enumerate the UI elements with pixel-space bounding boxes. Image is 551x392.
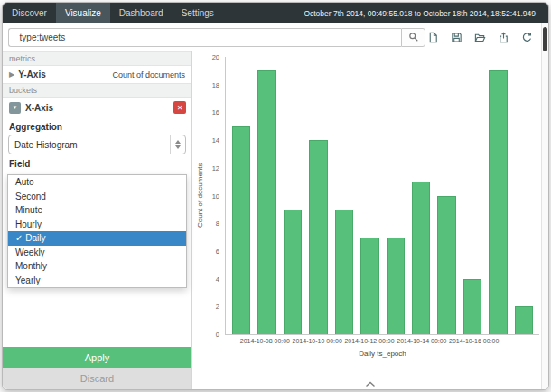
interval-option-weekly[interactable]: Weekly (8, 246, 186, 260)
search-bar (3, 23, 548, 51)
bar-slot (305, 57, 331, 334)
folder-open-icon (474, 32, 486, 43)
export-button[interactable] (497, 31, 510, 44)
search-group (8, 28, 425, 47)
save-button[interactable] (450, 31, 463, 44)
x-ticks: 2014-10-08 00:002014-10-10 00:002014-10-… (226, 334, 539, 345)
x-axis-title: Daily ts_epoch (359, 350, 406, 358)
discard-button[interactable]: Discard (3, 368, 191, 389)
refresh-button[interactable] (520, 31, 534, 44)
nav-item-visualize[interactable]: Visualize (56, 3, 110, 23)
bar-slot (485, 57, 510, 334)
x-tick-label: 2014-10-10 00:00 (293, 338, 342, 344)
toolbar (426, 31, 534, 44)
bar-slot (357, 57, 382, 334)
kibana-window: DiscoverVisualizeDashboardSettings Octob… (2, 2, 549, 390)
y-tick-label: 4 (216, 275, 219, 283)
bar[interactable] (284, 210, 302, 334)
chevron-right-icon: ▶ (9, 70, 14, 79)
save-icon (451, 32, 462, 43)
apply-button[interactable]: Apply (3, 347, 191, 368)
bar[interactable] (437, 196, 455, 335)
new-visualization-button[interactable] (426, 31, 440, 44)
top-navbar: DiscoverVisualizeDashboardSettings Octob… (3, 3, 548, 23)
bar[interactable] (232, 126, 250, 334)
bar[interactable] (515, 306, 533, 334)
bar-slot (254, 57, 279, 334)
y-tick-label: 18 (212, 80, 219, 89)
sidebar-spacer (3, 288, 191, 347)
bar[interactable] (463, 279, 481, 334)
bar[interactable] (309, 140, 327, 334)
aggregation-select[interactable]: Date Histogram (8, 135, 186, 154)
metrics-section-header: metrics (3, 51, 191, 66)
bar-slot (229, 57, 254, 334)
nav-item-discover[interactable]: Discover (3, 3, 56, 23)
new-document-icon (427, 32, 439, 43)
x-axis-label: X-Axis (25, 103, 53, 113)
nav-item-dashboard[interactable]: Dashboard (110, 3, 173, 23)
x-tick-label: 2014-10-14 00:00 (397, 338, 446, 344)
aggregation-select-value: Date Histogram (14, 140, 77, 150)
x-axis-row[interactable]: ▼ X-Axis ✕ (3, 98, 191, 117)
bar-slot (408, 57, 434, 334)
y-axis-row[interactable]: ▶ Y-Axis Count of documents (3, 66, 191, 83)
chart-area: Count of documents 02468101214161820 201… (192, 51, 548, 389)
load-saved-button[interactable] (473, 31, 487, 44)
y-tick-label: 2 (216, 303, 219, 311)
search-input[interactable] (8, 28, 401, 47)
y-tick-label: 20 (212, 53, 219, 61)
interval-option-hourly[interactable]: Hourly (8, 218, 186, 232)
bar-slot (511, 57, 537, 334)
page-scrollbar[interactable] (541, 23, 548, 389)
y-tick-label: 6 (216, 247, 219, 255)
bar-slot (434, 57, 459, 334)
y-tick-label: 14 (212, 136, 219, 145)
y-axis-label: Y-Axis (18, 70, 46, 79)
interval-option-minute[interactable]: Minute (8, 203, 186, 218)
export-icon (498, 32, 509, 43)
bar-slot (280, 57, 305, 334)
bar-slot (332, 57, 357, 334)
field-label: Field (9, 159, 185, 169)
scrollbar-thumb[interactable] (543, 27, 547, 51)
bar[interactable] (257, 70, 276, 334)
y-tick-label: 16 (212, 108, 219, 117)
search-button[interactable] (401, 28, 425, 47)
x-tick-label: 2014-10-08 00:00 (240, 338, 290, 344)
time-range[interactable]: October 7th 2014, 00:49:55.018 to Octobe… (304, 3, 548, 23)
y-tick-label: 12 (212, 163, 219, 172)
bar[interactable] (489, 70, 507, 334)
refresh-icon (521, 32, 533, 43)
y-axis-value: Count of documents (112, 70, 185, 79)
collapse-chevron-icon[interactable] (365, 381, 376, 387)
buckets-section-header: buckets (3, 83, 191, 98)
aggregation-label: Aggregation (9, 122, 185, 132)
search-icon (408, 32, 419, 42)
interval-option-yearly[interactable]: Yearly (8, 274, 186, 288)
chevron-down-icon[interactable]: ▼ (9, 102, 21, 114)
interval-dropdown: AutoSecondMinuteHourly✓ DailyWeeklyMonth… (7, 174, 187, 288)
bar-slot (460, 57, 485, 334)
bar[interactable] (412, 182, 430, 334)
plot: Count of documents 02468101214161820 201… (225, 57, 539, 335)
interval-option-second[interactable]: Second (8, 190, 186, 204)
interval-option-auto[interactable]: Auto (8, 175, 186, 190)
nav-item-settings[interactable]: Settings (173, 3, 223, 23)
interval-option-monthly[interactable]: Monthly (8, 259, 186, 274)
navbar-items: DiscoverVisualizeDashboardSettings (3, 3, 223, 23)
x-tick-label: 2014-10-12 00:00 (344, 338, 394, 344)
y-tick-label: 10 (212, 191, 219, 200)
bar[interactable] (387, 238, 405, 334)
bars (226, 57, 539, 334)
select-arrows-icon (170, 135, 185, 154)
bar[interactable] (360, 238, 378, 334)
main-content: metrics ▶ Y-Axis Count of documents buck… (3, 51, 548, 389)
bar-slot (383, 57, 408, 334)
visualization-sidebar: metrics ▶ Y-Axis Count of documents buck… (3, 51, 192, 389)
x-tick-label: 2014-10-16 00:00 (449, 338, 499, 344)
y-tick-label: 0 (216, 331, 219, 339)
interval-option-daily[interactable]: ✓ Daily (8, 231, 186, 246)
remove-x-axis-button[interactable]: ✕ (173, 101, 186, 114)
bar[interactable] (335, 210, 353, 334)
